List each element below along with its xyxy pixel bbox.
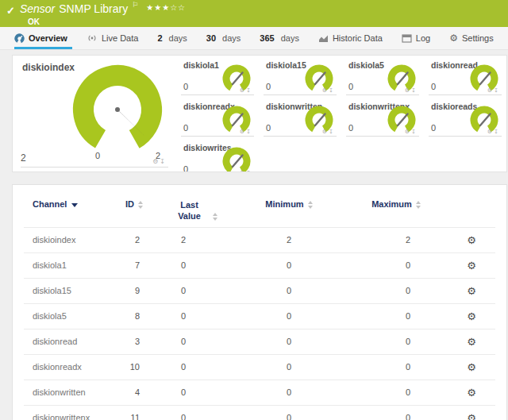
sort-desc-icon xyxy=(71,203,78,207)
gauge-pin-icon[interactable]: ↧ xyxy=(246,129,252,134)
table-row[interactable]: diskiola5 8 0 0 0 ⚙ xyxy=(24,303,495,329)
gauge-tile[interactable]: diskionread 0 ⚙↧ xyxy=(427,57,507,98)
channel-settings-icon[interactable]: ⚙ xyxy=(467,285,476,297)
channel-name[interactable]: diskionwrittenx xyxy=(24,405,119,420)
tab-30-days-unit: days xyxy=(222,33,241,43)
tile-divider xyxy=(346,94,419,95)
gauge-tile-primary[interactable]: diskioindex 0 2 2 ⚙↧ xyxy=(13,56,179,171)
gauge-tile[interactable]: diskiola15 0 ⚙↧ xyxy=(262,57,344,98)
tile-divider xyxy=(181,94,254,95)
tab-log[interactable]: Log xyxy=(392,27,440,49)
gauge-settings-icon[interactable]: ⚙ xyxy=(240,87,246,93)
gauge-pin-icon[interactable]: ↧ xyxy=(246,170,252,172)
tab-365-days-number: 365 xyxy=(260,33,274,43)
channel-name[interactable]: diskiola1 xyxy=(24,252,119,278)
area-chart-icon xyxy=(318,33,329,43)
gauge-settings-icon[interactable]: ⚙ xyxy=(322,87,329,93)
channel-minimum: 0 xyxy=(233,303,344,329)
channel-settings-icon[interactable]: ⚙ xyxy=(467,310,476,322)
sort-icon xyxy=(213,213,217,221)
gauge-tile[interactable]: diskiola1 0 ⚙↧ xyxy=(179,57,262,98)
tile-divider xyxy=(346,136,419,137)
gauge-icon xyxy=(14,33,25,44)
gauge-value: 0 xyxy=(348,82,353,91)
table-row[interactable]: diskionwrittenx 11 0 0 0 ⚙ xyxy=(24,405,495,420)
gauge-settings-icon[interactable]: ⚙ xyxy=(405,87,411,93)
sensor-header: ✓ Sensor SNMP Library ⚐ ★★★☆☆ OK xyxy=(0,0,508,27)
pause-flag-icon[interactable]: ⚐ xyxy=(132,2,138,10)
sensor-title[interactable]: SNMP Library xyxy=(59,3,128,15)
table-row[interactable]: diskionreadx 10 0 0 0 ⚙ xyxy=(24,354,495,380)
channel-name[interactable]: diskionreadx xyxy=(24,354,119,380)
gauge-value: 0 xyxy=(183,123,188,133)
channel-settings-icon[interactable]: ⚙ xyxy=(467,412,476,420)
primary-gauge-value: 2 xyxy=(21,152,26,164)
gauge-settings-icon[interactable]: ⚙ xyxy=(240,129,246,134)
channel-settings-icon[interactable]: ⚙ xyxy=(467,234,476,246)
gauge-settings-icon[interactable]: ⚙ xyxy=(240,170,246,172)
channel-maximum: 2 xyxy=(344,227,448,252)
gauge-tile[interactable]: diskiowrites 0 ⚙↧ xyxy=(179,140,262,172)
channel-id: 9 xyxy=(119,278,154,303)
gauges-panel: diskioindex 0 2 2 ⚙↧ diskiola1 0 ⚙↧ xyxy=(12,55,507,172)
channels-table-panel: Channel ID Last Value Minimum Maximum xyxy=(12,184,507,420)
channel-maximum: 0 xyxy=(344,354,448,380)
gauge-settings-icon[interactable]: ⚙ xyxy=(152,158,160,165)
gauge-tile[interactable]: diskionwritten 0 ⚙↧ xyxy=(262,98,344,140)
gauge-pin-icon[interactable]: ↧ xyxy=(411,87,418,93)
column-header-channel[interactable]: Channel xyxy=(24,193,119,227)
tab-2-days[interactable]: 2 days xyxy=(148,27,196,49)
gauge-value: 0 xyxy=(348,123,353,133)
gauge-pin-icon[interactable]: ↧ xyxy=(246,87,252,93)
tab-settings-label: Settings xyxy=(462,33,494,43)
tab-2-days-unit: days xyxy=(169,33,187,43)
column-header-maximum[interactable]: Maximum xyxy=(344,193,448,227)
column-header-id[interactable]: ID xyxy=(119,193,154,227)
gauge-pin-icon[interactable]: ↧ xyxy=(329,129,335,134)
table-row[interactable]: diskioindex 2 2 2 2 ⚙ xyxy=(24,227,495,252)
tab-settings[interactable]: ⚙ Settings xyxy=(440,27,503,49)
tab-overview[interactable]: Overview xyxy=(14,27,77,49)
table-row[interactable]: diskiola1 7 0 0 0 ⚙ xyxy=(24,252,495,278)
gauge-settings-icon[interactable]: ⚙ xyxy=(405,129,411,134)
channel-name[interactable]: diskionread xyxy=(24,329,119,354)
channel-settings-icon[interactable]: ⚙ xyxy=(467,361,476,373)
gauge-settings-icon[interactable]: ⚙ xyxy=(322,129,329,134)
channel-name[interactable]: diskiola15 xyxy=(24,278,119,303)
gauge-tile[interactable]: diskionwrittenx 0 ⚙↧ xyxy=(344,98,427,140)
tab-historic-data[interactable]: Historic Data xyxy=(309,27,392,49)
table-row[interactable]: diskiola15 9 0 0 0 ⚙ xyxy=(24,278,495,303)
table-row[interactable]: diskionwritten 4 0 0 0 ⚙ xyxy=(24,380,495,405)
sensor-titles: Sensor SNMP Library ⚐ ★★★☆☆ OK xyxy=(20,3,186,26)
channel-settings-icon[interactable]: ⚙ xyxy=(467,336,476,348)
channel-name[interactable]: diskiola5 xyxy=(24,303,119,329)
priority-stars[interactable]: ★★★☆☆ xyxy=(146,3,186,12)
table-row[interactable]: diskionread 3 0 0 0 ⚙ xyxy=(24,329,495,354)
gauge-tile[interactable]: diskiola5 0 ⚙↧ xyxy=(344,57,427,98)
gauge-pin-icon[interactable]: ↧ xyxy=(160,158,167,165)
gauge-pin-icon[interactable]: ↧ xyxy=(329,87,335,93)
channel-settings-icon[interactable]: ⚙ xyxy=(467,387,476,399)
tab-30-days[interactable]: 30 days xyxy=(197,27,251,49)
channel-last-value: 0 xyxy=(154,252,233,278)
column-header-minimum[interactable]: Minimum xyxy=(233,193,344,227)
channel-settings-icon[interactable]: ⚙ xyxy=(467,260,476,272)
tab-365-days[interactable]: 365 days xyxy=(250,27,309,49)
gauge-pin-icon[interactable]: ↧ xyxy=(494,87,500,93)
gauge-dial xyxy=(221,145,252,172)
column-header-last-value[interactable]: Last Value xyxy=(154,193,233,227)
channel-name[interactable]: diskionwritten xyxy=(24,380,119,405)
gauge-value: 0 xyxy=(183,164,188,172)
gauge-tile[interactable]: diskionreadx 0 ⚙↧ xyxy=(179,98,262,140)
channel-minimum: 0 xyxy=(233,278,344,303)
gauge-settings-icon[interactable]: ⚙ xyxy=(487,129,494,134)
gauge-tile[interactable]: diskioreads 0 ⚙↧ xyxy=(427,98,507,140)
gauge-pin-icon[interactable]: ↧ xyxy=(494,129,500,134)
tab-live-data[interactable]: Live Data xyxy=(77,27,148,49)
gauge-pin-icon[interactable]: ↧ xyxy=(411,129,418,134)
channel-maximum: 0 xyxy=(344,329,448,354)
channel-name[interactable]: diskioindex xyxy=(24,227,119,252)
gauge-settings-icon[interactable]: ⚙ xyxy=(487,87,494,93)
gauge-value: 0 xyxy=(431,123,436,133)
channel-maximum: 0 xyxy=(344,252,448,278)
